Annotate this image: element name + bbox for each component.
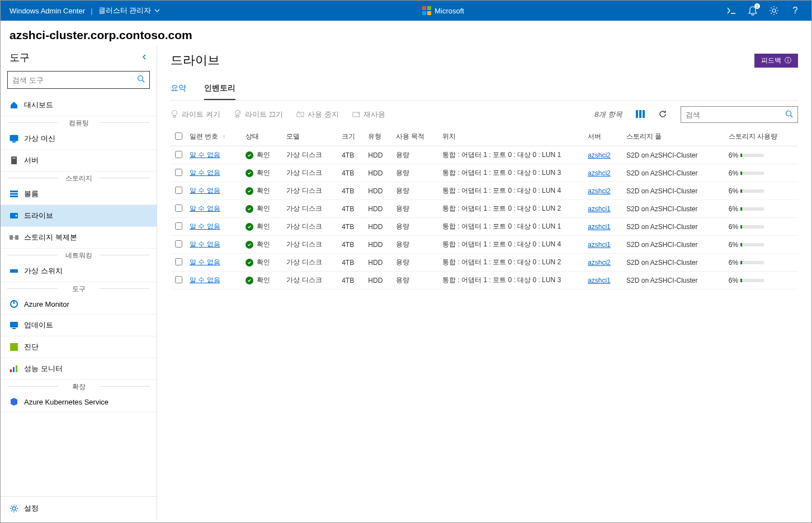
app-title[interactable]: Windows Admin Center: [10, 7, 85, 15]
help-icon[interactable]: ?: [790, 6, 800, 16]
serial-link[interactable]: 알 수 없음: [190, 205, 220, 212]
light-off-button[interactable]: 라이트 끄기: [234, 110, 284, 120]
search-input[interactable]: [12, 76, 137, 84]
sidebar-item-settings[interactable]: 설정: [1, 496, 157, 520]
row-checkbox[interactable]: [175, 151, 182, 158]
server-link[interactable]: azshci1: [588, 241, 611, 249]
sidebar-item-dashboard[interactable]: 대시보드: [1, 94, 157, 116]
chevron-down-icon: [154, 7, 160, 15]
section-compute: 컴퓨팅: [1, 116, 157, 128]
columns-icon[interactable]: [636, 110, 645, 120]
serial-link[interactable]: 알 수 없음: [190, 222, 220, 230]
gear-icon[interactable]: [769, 6, 779, 16]
table-row[interactable]: 알 수 없음확인가상 디스크4TBHDD용량통합 : 어댑터 1 : 포트 0 …: [171, 218, 798, 236]
row-checkbox[interactable]: [175, 169, 182, 176]
table-row[interactable]: 알 수 없음확인가상 디스크4TBHDD용량통합 : 어댑터 1 : 포트 0 …: [171, 200, 798, 218]
type-cell: HDD: [365, 236, 393, 254]
sidebar-item-drives[interactable]: 드라이브: [1, 205, 157, 227]
sidebar-item-updates[interactable]: 업데이트: [1, 315, 157, 336]
light-on-button[interactable]: 라이트 켜기: [171, 110, 220, 120]
server-link[interactable]: azshci1: [588, 277, 611, 284]
size-cell: 4TB: [338, 272, 365, 289]
server-link[interactable]: azshci1: [588, 205, 611, 213]
table-search-input[interactable]: [686, 111, 785, 119]
sidebar-item-diagnostics[interactable]: 진단: [1, 336, 157, 358]
cluster-name: azshci-cluster.corp.contoso.com: [10, 28, 802, 42]
sidebar-item-servers[interactable]: 서버: [1, 150, 157, 172]
serial-link[interactable]: 알 수 없음: [190, 169, 220, 177]
svg-rect-3: [427, 11, 431, 15]
usedfor-cell: 용량: [393, 200, 439, 218]
server-link[interactable]: azshci1: [588, 223, 611, 231]
tab-inventory[interactable]: 인벤토리: [204, 79, 235, 100]
unretire-button[interactable]: 재사용: [352, 110, 385, 120]
col-usage[interactable]: 스토리지 사용량: [725, 127, 798, 146]
col-location[interactable]: 위치: [439, 127, 584, 146]
retire-button[interactable]: 사용 중지: [296, 110, 339, 120]
item-count: 8개 항목: [594, 110, 622, 120]
info-icon: ⓘ: [785, 56, 791, 65]
sidebar-item-perf-monitor[interactable]: 성능 모니터: [1, 358, 157, 380]
server-link[interactable]: azshci2: [588, 187, 611, 195]
svg-rect-0: [422, 6, 426, 10]
row-checkbox[interactable]: [175, 258, 182, 265]
sidebar-item-storage-replica[interactable]: 스토리지 복제본: [1, 227, 157, 249]
sidebar-search[interactable]: [7, 71, 150, 89]
col-serial[interactable]: 일련 번호↑: [186, 127, 242, 146]
col-model[interactable]: 모델: [283, 127, 338, 146]
table-row[interactable]: 알 수 없음확인가상 디스크4TBHDD용량통합 : 어댑터 1 : 포트 0 …: [171, 146, 798, 164]
sidebar-item-aks[interactable]: Azure Kubernetes Service: [1, 392, 157, 412]
row-checkbox[interactable]: [175, 187, 182, 194]
sidebar-item-volumes[interactable]: 볼륨: [1, 183, 157, 205]
usage-cell: 6%: [725, 272, 798, 289]
notifications-icon[interactable]: 1: [748, 6, 758, 16]
context-selector[interactable]: 클러스터 관리자: [98, 6, 160, 16]
location-cell: 통합 : 어댑터 1 : 포트 0 : 대상 0 : LUN 2: [439, 254, 584, 272]
server-link[interactable]: azshci2: [588, 151, 611, 159]
serial-link[interactable]: 알 수 없음: [190, 151, 220, 159]
microsoft-logo-icon: [422, 6, 431, 15]
server-link[interactable]: azshci2: [588, 259, 611, 267]
col-server[interactable]: 서버: [584, 127, 623, 146]
sidebar-item-vms[interactable]: 가상 머신: [1, 128, 157, 150]
row-checkbox[interactable]: [175, 222, 182, 230]
row-checkbox[interactable]: [175, 240, 182, 248]
col-usedfor[interactable]: 사용 목적: [393, 127, 439, 146]
col-size[interactable]: 크기: [338, 127, 365, 146]
status-text: 확인: [257, 222, 270, 231]
nav-label: 진단: [24, 342, 39, 352]
sidebar-item-vswitch[interactable]: 가상 스위치: [1, 260, 157, 282]
col-type[interactable]: 유형: [365, 127, 393, 146]
usedfor-cell: 용량: [393, 146, 439, 164]
row-checkbox[interactable]: [175, 276, 182, 283]
server-link[interactable]: azshci2: [588, 169, 611, 177]
row-checkbox[interactable]: [175, 205, 182, 212]
col-status[interactable]: 상태: [242, 127, 283, 146]
usage-cell: 6%: [725, 200, 798, 218]
serial-link[interactable]: 알 수 없음: [190, 276, 220, 284]
feedback-button[interactable]: 피드백 ⓘ: [754, 54, 798, 68]
table-search[interactable]: [681, 106, 798, 123]
size-cell: 4TB: [338, 182, 365, 200]
serial-link[interactable]: 알 수 없음: [190, 258, 220, 266]
select-all-checkbox[interactable]: [175, 132, 182, 140]
col-pool[interactable]: 스토리지 풀: [623, 127, 725, 146]
refresh-icon[interactable]: [658, 110, 667, 120]
collapse-sidebar-button[interactable]: [141, 53, 148, 62]
table-row[interactable]: 알 수 없음확인가상 디스크4TBHDD용량통합 : 어댑터 1 : 포트 0 …: [171, 182, 798, 200]
table-row[interactable]: 알 수 없음확인가상 디스크4TBHDD용량통합 : 어댑터 1 : 포트 0 …: [171, 254, 798, 272]
usage-cell: 6%: [725, 182, 798, 200]
usage-cell: 6%: [725, 236, 798, 254]
serial-link[interactable]: 알 수 없음: [190, 240, 220, 248]
pool-cell: S2D on AzSHCI-Cluster: [623, 200, 725, 218]
section-tools: 도구: [1, 282, 157, 294]
table-row[interactable]: 알 수 없음확인가상 디스크4TBHDD용량통합 : 어댑터 1 : 포트 0 …: [171, 164, 798, 182]
sidebar-item-azure-monitor[interactable]: Azure Monitor: [1, 294, 157, 315]
usedfor-cell: 용량: [393, 164, 439, 182]
brand-label: Microsoft: [435, 7, 464, 15]
serial-link[interactable]: 알 수 없음: [190, 187, 220, 194]
table-row[interactable]: 알 수 없음확인가상 디스크4TBHDD용량통합 : 어댑터 1 : 포트 0 …: [171, 236, 798, 254]
tab-summary[interactable]: 요약: [171, 79, 186, 100]
table-row[interactable]: 알 수 없음확인가상 디스크4TBHDD용량통합 : 어댑터 1 : 포트 0 …: [171, 272, 798, 289]
console-icon[interactable]: [726, 6, 737, 16]
